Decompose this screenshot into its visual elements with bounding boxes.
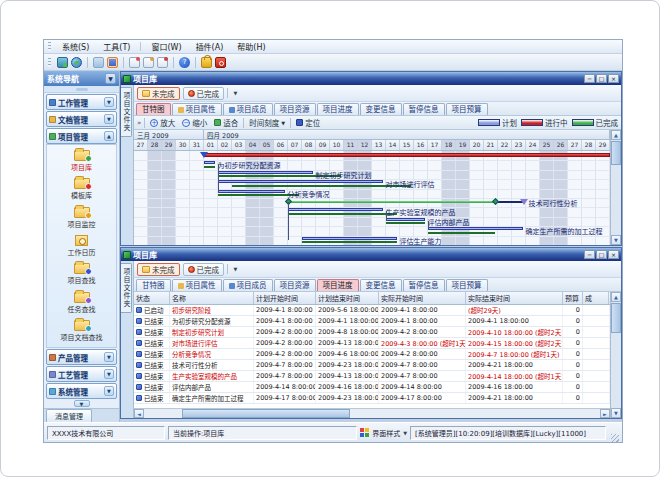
menu-item[interactable]: 插件(A) bbox=[190, 40, 230, 53]
sidebar-section-product[interactable]: 产品管理▼ bbox=[46, 349, 117, 365]
tab-5[interactable]: 变更信息 bbox=[360, 103, 402, 115]
tab-0[interactable]: 甘特图 bbox=[136, 103, 171, 115]
tab-1[interactable]: 项目属性 bbox=[172, 279, 222, 291]
chevron-down-icon[interactable]: ▼ bbox=[74, 400, 90, 407]
tab-5[interactable]: 变更信息 bbox=[360, 279, 402, 291]
tab-7[interactable]: 项目预算 bbox=[446, 103, 488, 115]
menu-item[interactable]: 工具(T) bbox=[97, 40, 136, 53]
chevron-up-icon[interactable]: ▲ bbox=[104, 131, 114, 141]
minimize-icon[interactable]: ─ bbox=[584, 250, 595, 259]
table-row[interactable]: 已结束技术可行性分析2009-4-7 8:00:002009-4-23 18:0… bbox=[134, 360, 610, 371]
zoom-out-button[interactable]: −缩小 bbox=[180, 117, 209, 128]
column-header[interactable]: 实际结束时间 bbox=[466, 292, 563, 304]
filter-button-finished[interactable]: 已完成 bbox=[183, 87, 225, 100]
chevron-down-icon[interactable]: ▼ bbox=[231, 88, 240, 99]
column-header[interactable]: 状态 bbox=[134, 292, 170, 304]
scroll-left-icon[interactable]: ◄ bbox=[134, 409, 144, 418]
folder-icon[interactable] bbox=[93, 57, 104, 68]
tab-message-management[interactable]: 消息管理 bbox=[46, 409, 92, 422]
tab-2[interactable]: 项目成员 bbox=[223, 103, 273, 115]
table-row[interactable]: 已结束分析竞争情况2009-4-2 8:00:002009-4-6 18:00:… bbox=[134, 349, 610, 360]
sidebar-item-selected[interactable]: 项目库 bbox=[47, 147, 116, 175]
table-window-titlebar[interactable]: 项目库 ─ □ × bbox=[121, 248, 621, 261]
sidebar-item-entry[interactable]: 项目文档查找 bbox=[47, 317, 116, 345]
sidebar-section-process[interactable]: 工艺管理▼ bbox=[46, 366, 117, 382]
sidebar-overflow[interactable]: ▼ bbox=[44, 399, 119, 408]
scroll-thumb[interactable] bbox=[611, 303, 621, 333]
filter-button-unfinished[interactable]: 未完成 bbox=[137, 263, 180, 276]
chevron-down-icon[interactable]: ▼ bbox=[104, 369, 114, 379]
column-header[interactable]: 计划开始时间 bbox=[254, 292, 316, 304]
minimize-icon[interactable]: ─ bbox=[584, 74, 595, 83]
gantt-chart[interactable]: 为初步研究分配资源制定初步研究计划对市场进行评估分析竞争情况技术可行性分析生产实… bbox=[134, 151, 610, 245]
locate-button[interactable]: 定位 bbox=[294, 117, 322, 128]
tab-6[interactable]: 暂停信息 bbox=[403, 103, 445, 115]
fit-button[interactable]: 适合 bbox=[212, 117, 240, 128]
scroll-down-icon[interactable]: ▼ bbox=[611, 235, 621, 245]
scroll-up-icon[interactable]: ▲ bbox=[611, 292, 621, 302]
table-vscrollbar[interactable]: ▲ ▼ bbox=[610, 292, 621, 418]
column-header[interactable]: 实际开始时间 bbox=[379, 292, 466, 304]
menu-item[interactable]: 窗口(W) bbox=[145, 40, 187, 53]
column-header[interactable]: 成 bbox=[583, 292, 609, 304]
sidebar-item-entry[interactable]: 项目监控 bbox=[47, 204, 116, 232]
tab-4[interactable]: 项目进度 bbox=[317, 279, 359, 291]
tab-4[interactable]: 项目进度 bbox=[317, 103, 359, 115]
sidebar-collapse-strip[interactable] bbox=[44, 86, 119, 93]
table-row[interactable]: 已结束生产实验室规模的产品2009-4-7 8:00:002009-4-13 1… bbox=[134, 371, 610, 382]
table-row[interactable]: 已结束评估内部产品2009-4-14 8:00:002009-4-16 18:0… bbox=[134, 382, 610, 393]
table-row[interactable]: 已启动初步研究阶段2009-4-1 8:00:002009-5-6 18:00:… bbox=[134, 305, 610, 316]
resize-grip[interactable] bbox=[611, 434, 619, 442]
monitor-icon[interactable] bbox=[57, 57, 68, 68]
sidebar-section-work[interactable]: 工作管理▼ bbox=[46, 94, 117, 110]
help-icon[interactable] bbox=[179, 57, 190, 68]
filter-button-unfinished[interactable]: 未完成 bbox=[137, 87, 180, 100]
doc1-icon[interactable] bbox=[129, 57, 140, 68]
close-icon[interactable]: × bbox=[608, 74, 619, 83]
chevron-down-icon[interactable]: ▼ bbox=[104, 97, 114, 107]
zoom-in-button[interactable]: +放大 bbox=[148, 117, 177, 128]
overflow-chevron-icon[interactable]: » bbox=[137, 119, 141, 127]
chevron-down-icon[interactable]: ▼ bbox=[104, 352, 114, 362]
tab-project-folder[interactable]: 项目文件夹 bbox=[121, 87, 132, 137]
exit-icon[interactable] bbox=[215, 57, 226, 68]
sidebar-item-entry[interactable]: 任务查找 bbox=[47, 288, 116, 316]
tab-1[interactable]: 项目属性 bbox=[172, 103, 222, 115]
tab-6[interactable]: 暂停信息 bbox=[403, 279, 445, 291]
table-row[interactable]: 已结束对市场进行评估2009-4-2 8:00:002009-4-13 18:0… bbox=[134, 338, 610, 349]
pin-icon[interactable]: ▼ bbox=[105, 73, 116, 84]
maximize-icon[interactable]: □ bbox=[596, 250, 607, 259]
sidebar-item-entry[interactable]: 项目查找 bbox=[47, 260, 116, 288]
tab-3[interactable]: 项目资源 bbox=[274, 103, 316, 115]
table-hscrollbar[interactable]: ◄ ► bbox=[134, 408, 610, 418]
menu-item[interactable]: 系统(S) bbox=[56, 40, 95, 53]
chevron-down-icon[interactable]: ▼ bbox=[104, 114, 114, 124]
chevron-down-icon[interactable]: ▼ bbox=[104, 386, 114, 396]
table-row[interactable]: 已结束确定生产所需的加工过程2009-4-17 8:00:002009-4-23… bbox=[134, 393, 610, 404]
column-header[interactable]: 名称 bbox=[170, 292, 254, 304]
chevron-down-icon[interactable]: ▼ bbox=[403, 430, 407, 436]
close-icon[interactable]: × bbox=[608, 250, 619, 259]
globe-icon[interactable] bbox=[71, 57, 82, 68]
save-icon[interactable] bbox=[107, 57, 118, 68]
sidebar-item-entry[interactable]: 模板库 bbox=[47, 175, 116, 203]
gantt-vscrollbar[interactable]: ▲ ▼ bbox=[610, 130, 621, 245]
sidebar-section-project[interactable]: 项目管理▲ bbox=[46, 128, 117, 144]
time-scale-button[interactable]: 时间刻度▼ bbox=[247, 117, 287, 128]
column-header[interactable]: 计划结束时间 bbox=[316, 292, 379, 304]
scroll-down-icon[interactable]: ▼ bbox=[611, 408, 621, 418]
maximize-icon[interactable]: □ bbox=[596, 74, 607, 83]
scroll-thumb[interactable] bbox=[182, 409, 350, 418]
gantt-window-titlebar[interactable]: 项目库 ─ □ × bbox=[121, 72, 621, 85]
menu-item[interactable]: 帮助(H) bbox=[231, 40, 271, 53]
table-row[interactable]: 已结束制定初步研究计划2009-4-2 8:00:002009-4-8 18:0… bbox=[134, 327, 610, 338]
sidebar-item-entry[interactable]: 工作日历 bbox=[47, 232, 116, 260]
doc3-icon[interactable] bbox=[157, 57, 168, 68]
sidebar-section-doc[interactable]: 文档管理▼ bbox=[46, 111, 117, 127]
column-header[interactable]: 预算 bbox=[563, 292, 583, 304]
scroll-right-icon[interactable]: ► bbox=[600, 409, 610, 418]
sidebar-section-system[interactable]: 系统管理▼ bbox=[46, 383, 117, 399]
tab-0[interactable]: 甘特图 bbox=[136, 279, 171, 291]
scroll-thumb[interactable] bbox=[611, 141, 621, 165]
tab-7[interactable]: 项目预算 bbox=[446, 279, 488, 291]
